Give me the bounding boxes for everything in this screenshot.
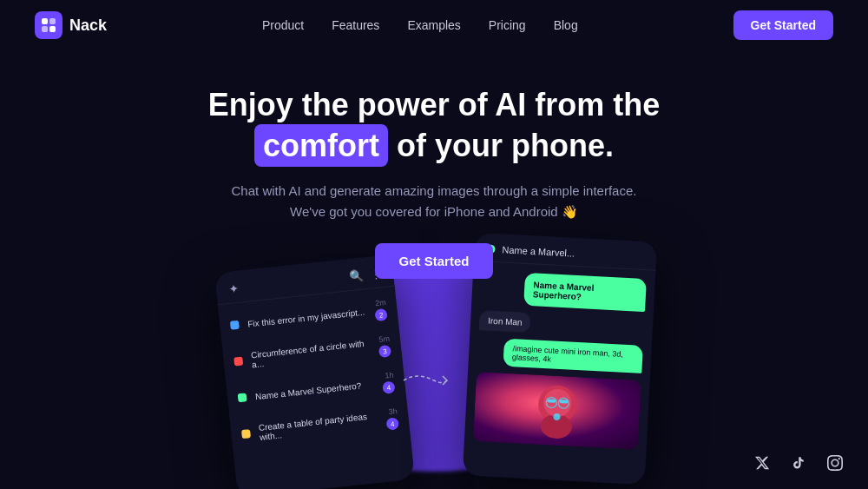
logo[interactable]: Nack [35,11,107,39]
chat-count: 4 [382,380,395,393]
nav-blog[interactable]: Blog [554,18,578,32]
social-icons [750,451,847,475]
nav-get-started-button[interactable]: Get Started [733,10,833,40]
chat-count: 4 [386,417,399,430]
chat-time: 5m [378,334,390,344]
nav-product[interactable]: Product [262,18,304,32]
svg-rect-0 [42,18,48,24]
chat-dot [238,393,247,402]
phone-chat-area: Name a Marvel Superhero? Iron Man /imagi… [464,261,655,459]
tiktok-icon[interactable] [786,451,811,475]
hero-title: Enjoy the power of AI from the comfort o… [17,85,851,167]
svg-rect-8 [559,400,568,404]
chat-dot [230,320,240,330]
logo-text: Nack [69,17,107,35]
hero-get-started-button[interactable]: Get Started [375,243,494,279]
chat-count: 2 [374,308,387,321]
chat-item-name: Circumference of a circle with a... [251,338,372,369]
nav-pricing[interactable]: Pricing [489,18,526,32]
hero-title-highlight: comfort [254,124,388,167]
chat-time: 3h [388,406,398,416]
navbar: Nack Product Features Examples Pricing B… [0,0,868,50]
chat-item-name: Name a Marvel Superhero? [254,379,373,400]
ai-generated-image [473,372,641,450]
chat-time: 1h [385,371,394,380]
nack-icon: ✦ [227,281,240,296]
ai-reply: Iron Man [479,310,532,333]
chat-list: Fix this error in my javascript... 2m 2 … [218,287,411,457]
nav-links: Product Features Examples Pricing Blog [262,17,578,33]
imagine-command: /imagine cute mini iron man, 3d, glasses… [503,339,642,373]
hero-subtitle: Chat with AI and generate amazing images… [17,181,851,222]
chat-dot [241,429,251,439]
hero-subtitle-line1: Chat with AI and generate amazing images… [232,183,637,198]
hero-subtitle-line2: We've got you covered for iPhone and And… [290,204,578,219]
chat-item-name: Fix this error in my javascript... [247,307,366,328]
hero-title-suffix: of your phone. [388,128,614,163]
logo-icon [35,11,62,39]
chat-item-name: Create a table of party ideas with... [258,411,378,442]
nav-features[interactable]: Features [332,18,379,32]
instagram-icon[interactable] [823,451,847,475]
svg-rect-2 [42,26,48,32]
arrow-icon [399,367,451,399]
phone-left: ✦ 🔍 ⋮ Fix this error in my javascript...… [214,254,415,489]
svg-rect-7 [547,399,556,403]
svg-rect-1 [49,18,56,24]
twitter-icon[interactable] [750,451,774,475]
hero-title-line1: Enjoy the power of AI from the [208,87,661,122]
nav-examples[interactable]: Examples [407,18,460,32]
chat-time: 2m [375,298,386,307]
hero-section: Enjoy the power of AI from the comfort o… [0,50,868,279]
chat-dot [233,357,243,367]
svg-rect-3 [49,26,56,32]
chat-count: 3 [378,345,391,358]
